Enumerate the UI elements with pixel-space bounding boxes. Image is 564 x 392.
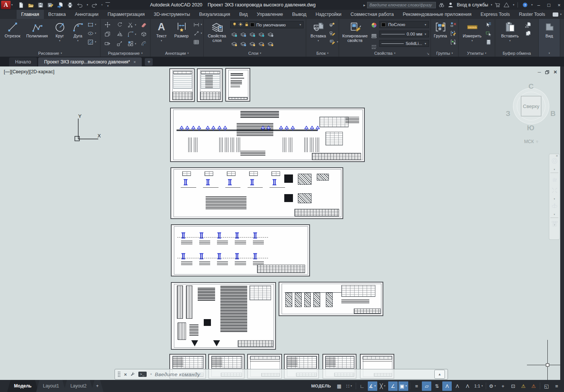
new-layout-button[interactable]: + (91, 380, 104, 392)
drawing-sheet-1[interactable] (169, 68, 195, 102)
layout-tab-Layout2[interactable]: Layout2 (64, 380, 93, 392)
app-store-icon[interactable] (503, 2, 510, 9)
move-button[interactable] (104, 22, 111, 28)
quick-select-button[interactable] (485, 21, 492, 28)
drawing-canvas[interactable]: [—][Сверху][2D-каркас] ─ ✕ С З В Ю Сверх… (0, 66, 560, 380)
panel-label-groups[interactable]: Группы▾ (431, 49, 458, 57)
layer-turn-on-icon[interactable] (231, 40, 237, 48)
status-transparency[interactable]: ▱ (422, 381, 431, 391)
viewport-restore-icon[interactable] (545, 70, 549, 74)
ungroup-button[interactable] (450, 21, 457, 28)
status-polar-tracking[interactable]: ∡▼ (368, 381, 378, 391)
viewport-controls[interactable]: [—][Сверху][2D-каркас] (4, 69, 54, 74)
help-icon[interactable]: ? (521, 2, 528, 9)
status-object-snap-tracking[interactable]: ∠ (388, 381, 398, 391)
save-as-icon[interactable] (47, 2, 54, 9)
circle-button[interactable]: Круг▾ (51, 21, 69, 43)
table-button[interactable] (193, 39, 200, 45)
status-isometric-drafting[interactable]: ╳▼ (378, 381, 387, 391)
layer-unlock-all-icon[interactable] (258, 40, 265, 48)
command-history-button[interactable]: ▲ (434, 370, 445, 379)
trim-button[interactable] (127, 22, 134, 28)
layer-isolate-icon[interactable] (231, 31, 237, 39)
save-icon[interactable] (37, 2, 44, 9)
command-bar[interactable]: × >_▾ ▲ (115, 369, 448, 380)
status-grid[interactable]: ▦ (335, 381, 344, 391)
status-ortho-mode[interactable]: ∟ (358, 381, 367, 391)
new-file-icon[interactable] (17, 2, 25, 9)
new-drawing-tab-button[interactable]: + (145, 58, 153, 66)
viewcube-wcs-menu[interactable]: МСК▽ (520, 139, 542, 144)
copy-button[interactable] (104, 31, 111, 38)
zoom-icon[interactable] (551, 187, 558, 196)
explode-button[interactable] (140, 31, 147, 38)
offset-button[interactable] (140, 40, 147, 47)
panel-label-layers[interactable]: Слои▾ (204, 49, 306, 57)
space-label[interactable]: МОДЕЛЬ (311, 384, 331, 388)
viewcube-east[interactable]: В (550, 110, 556, 118)
panel-label-annotation[interactable]: Аннотации▾ (150, 49, 203, 57)
ellipse-button[interactable] (87, 30, 94, 37)
signin-button[interactable]: Вход в службы (457, 2, 488, 8)
status-graphics-performance[interactable]: ⚠ (519, 381, 528, 391)
panel-label-block[interactable]: Блок▾ (306, 49, 339, 57)
cut-button[interactable] (525, 21, 532, 28)
close-button[interactable]: × (555, 2, 563, 8)
panel-label-modify[interactable]: Редактирование▾ (101, 49, 150, 57)
group-edit-button[interactable] (450, 30, 457, 37)
ribbon-tab[interactable]: 3D-инструменты (149, 10, 195, 19)
insert-block-button[interactable]: Вставка▾ (308, 21, 328, 43)
leader-button[interactable] (193, 30, 200, 37)
command-close-icon[interactable]: × (124, 372, 127, 377)
panel-label-utilities[interactable]: Утилиты▾ (459, 49, 495, 57)
store-cart-icon[interactable] (494, 2, 501, 9)
undo-icon[interactable] (76, 2, 84, 9)
scale-button[interactable] (116, 40, 123, 47)
maximize-button[interactable]: □ (545, 2, 553, 8)
ribbon-tab[interactable]: Вставка (44, 10, 70, 19)
ribbon-tab[interactable]: Управление (252, 10, 288, 19)
ribbon-tab[interactable]: Express Tools (476, 10, 514, 19)
select-similar-button[interactable] (485, 30, 492, 37)
edit-block-button[interactable] (329, 30, 336, 37)
panel-label-properties[interactable]: Свойства▾ (339, 49, 431, 57)
group-select-button[interactable] (450, 39, 457, 45)
linetype-dropdown[interactable]: SolidLi...▼ (379, 40, 429, 47)
showmotion-icon[interactable] (551, 220, 558, 229)
app-menu-button[interactable]: A▾ (1, 1, 13, 9)
plot-icon[interactable] (67, 2, 74, 9)
viewcube-south[interactable]: Ю (527, 124, 535, 132)
command-bar-grip[interactable] (118, 371, 121, 378)
navigation-wheel-icon[interactable] (551, 157, 558, 166)
paste-button[interactable]: Вставить▾ (499, 21, 521, 43)
status-clean-screen[interactable]: ◱ (542, 381, 551, 391)
viewcube-north[interactable]: С (528, 82, 534, 91)
ribbon-display-toggle[interactable]: ▾ (553, 10, 562, 19)
view-button[interactable]: Вид (541, 21, 558, 38)
status-workspace-switching[interactable]: ⚙▼ (488, 381, 497, 391)
status-annotation-visibility[interactable]: Λ (442, 381, 452, 391)
group-button[interactable]: Группа (432, 21, 449, 38)
mirror-button[interactable] (116, 31, 123, 38)
ribbon-tab[interactable]: Рекомендованные приложения (398, 10, 476, 19)
drawing-sheet-5[interactable] (170, 167, 343, 219)
hatch-button[interactable] (87, 39, 94, 45)
drawing-sheet-2[interactable] (197, 68, 223, 102)
erase-button[interactable] (140, 22, 147, 28)
linear-dimension-button[interactable] (193, 21, 200, 28)
object-color-dropdown[interactable]: ПоСлою▼ (379, 21, 429, 28)
drawing-sheet-4[interactable] (170, 108, 365, 162)
copy-clip-button[interactable] (525, 30, 532, 37)
search-input[interactable] (367, 2, 436, 8)
arc-button[interactable]: Дуга▾ (70, 21, 86, 43)
user-icon[interactable] (447, 2, 454, 9)
stretch-button[interactable] (104, 40, 111, 47)
define-attributes-button[interactable] (329, 39, 336, 45)
navigation-bar[interactable]: ✕ ▾ ▾ ▾ (549, 154, 560, 240)
layer-unisolate-icon[interactable] (240, 31, 246, 39)
properties-dialog-launcher[interactable]: ↘ (426, 52, 429, 56)
layer-dropdown[interactable]: По умолчанию ▼ (230, 21, 304, 28)
status-customization[interactable]: ≡ (552, 381, 561, 391)
ribbon-tab[interactable]: Надстройки (311, 10, 346, 19)
layer-change-icon[interactable] (240, 40, 246, 48)
